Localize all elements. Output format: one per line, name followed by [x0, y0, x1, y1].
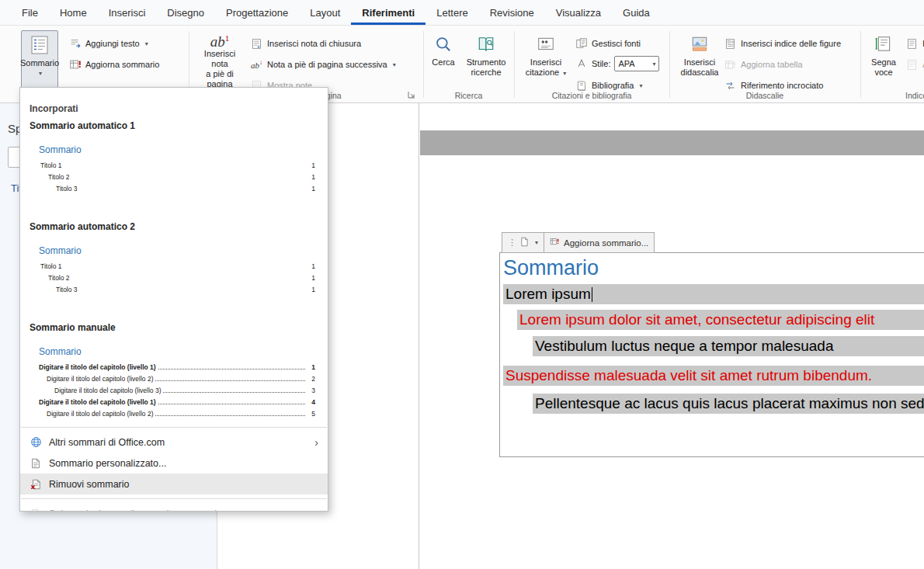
toc-control-handle[interactable]: ⋮ ▾ [502, 232, 544, 253]
preview-page: 4 [307, 398, 315, 406]
tab-revisione[interactable]: Revisione [479, 0, 545, 25]
inserisci-citazione-button[interactable]: Inserisci citazione ▾ [525, 30, 567, 89]
aggiorna-sommario-button[interactable]: Aggiorna sommario [68, 56, 159, 73]
update-table-icon [724, 58, 737, 71]
group-label-ricerca: Ricerca [423, 91, 514, 100]
segna-voce-button[interactable]: Segna voce [867, 30, 901, 89]
mark-entry-icon [874, 33, 893, 56]
inserisci-indice-button[interactable]: Inserisci indice [905, 35, 924, 52]
cross-reference-icon [724, 79, 737, 92]
inserisci-didascalia-button[interactable]: Inserisci didascalia [677, 30, 722, 89]
strumento-ricerche-line2: ricerche [471, 68, 501, 78]
menu-separator [21, 427, 327, 428]
menu-item-label: Sommario personalizzato... [49, 458, 166, 469]
preview-entry: Digitare il titolo del capitolo (livello… [54, 387, 161, 394]
inserisci-nota-chiusura-label: Inserisci nota di chiusura [267, 39, 361, 48]
aggiorna-sommario-label: Aggiorna sommario [85, 60, 159, 69]
stile-label: Stile: [592, 59, 610, 68]
toc-line-1[interactable]: Lorem ipsum [503, 284, 924, 304]
menu-item-altri-sommari[interactable]: Altri sommari di Office.com › [20, 432, 328, 453]
group-separator [423, 31, 424, 98]
tab-file[interactable]: File [11, 0, 49, 25]
gallery-item-sommario-automatico-2[interactable]: Sommario automatico 2 Sommario Titolo 11… [20, 220, 328, 321]
preview-entry: Titolo 1 [40, 161, 62, 169]
inserisci-nota-pie-pagina-button[interactable]: ab1 Inserisci nota a piè di pagina [196, 30, 244, 89]
tab-disegno[interactable]: Disegno [156, 0, 215, 25]
tab-guida[interactable]: Guida [612, 0, 661, 25]
preview-page: 1 [307, 286, 315, 293]
aggiorna-sommario-doc-button[interactable]: Aggiorna sommario... [544, 232, 655, 253]
preview-entry: Digitare il titolo del capitolo (livello… [47, 410, 153, 418]
text-cursor [592, 287, 593, 302]
preview-entry: Titolo 1 [40, 262, 62, 270]
sommario-button-label: Sommario [20, 58, 59, 68]
style-icon [575, 57, 588, 71]
gallery-item-sommario-manuale[interactable]: Sommario manuale Sommario Digitare il ti… [20, 321, 328, 423]
caption-icon [690, 33, 709, 56]
insert-index-icon [905, 37, 919, 50]
strumento-ricerche-button[interactable]: Strumento ricerche [464, 30, 509, 89]
globe-icon [30, 436, 42, 449]
bibliografia-label: Bibliografia [592, 81, 634, 90]
tab-home[interactable]: Home [49, 0, 98, 25]
group-label-didascalie: Didascalie [669, 91, 860, 100]
sommario-gallery-menu: Incorporati Sommario automatico 1 Sommar… [19, 87, 328, 512]
gallery-item-title: Sommario manuale [30, 322, 318, 333]
inserisci-citazione-line1: Inserisci [530, 57, 561, 68]
tab-inserisci[interactable]: Inserisci [98, 0, 157, 25]
preview-page: 1 [307, 363, 315, 371]
toc-line-2[interactable]: Lorem ipsum dolor sit amet, consectetur … [517, 310, 924, 330]
inserisci-indice-figure-button[interactable]: Inserisci indice delle figure [724, 35, 841, 52]
gestisci-fonti-button[interactable]: Gestisci fonti [575, 35, 641, 52]
stile-select[interactable]: APA ▾ [614, 56, 659, 71]
gallery-item-title: Sommario automatico 2 [30, 221, 318, 232]
gallery-item-sommario-automatico-1[interactable]: Sommario automatico 1 Sommario Titolo 11… [20, 119, 328, 220]
search-icon [434, 33, 453, 56]
footnote-ab1-icon: ab1 [210, 33, 230, 47]
menu-item-sommario-personalizzato[interactable]: Sommario personalizzato... [20, 453, 328, 474]
aggiungi-testo-button[interactable]: Aggiungi testo ▾ [68, 35, 148, 52]
toc-line-4[interactable]: Suspendisse malesuada velit sit amet rut… [503, 366, 924, 386]
menu-section-header: Incorporati [20, 103, 328, 117]
toc-line-3-text: Vestibulum luctus neque a tempor malesua… [535, 338, 833, 355]
update-index-icon [905, 58, 919, 71]
preview-page: 1 [307, 274, 315, 282]
aggiorna-tabella-button[interactable]: Aggiorna tabella [724, 56, 803, 73]
menu-item-label: Altri sommari di Office.com [49, 437, 165, 448]
toc-line-5[interactable]: Pellentesque ac lacus quis lacus placera… [533, 394, 924, 414]
preview-page: 1 [307, 161, 315, 169]
inserisci-nota-chiusura-button[interactable]: Inserisci nota di chiusura [250, 35, 361, 52]
dialog-launcher-icon[interactable] [407, 90, 416, 99]
menu-item-salva-selezione[interactable]: Salva selezione nella raccolta sommari..… [20, 503, 328, 512]
toc-content-control-header: ⋮ ▾ Aggiorna sommario... [502, 232, 655, 253]
gallery-preview-title: Sommario [30, 144, 318, 155]
gallery-preview-title: Sommario [30, 245, 318, 256]
tab-visualizza[interactable]: Visualizza [545, 0, 612, 25]
add-text-icon [68, 37, 82, 50]
nota-successiva-label: Nota a piè di pagina successiva [267, 60, 387, 69]
tab-layout[interactable]: Layout [299, 0, 351, 25]
sommario-button[interactable]: Sommario ▾ [21, 30, 58, 89]
aggiorna-indice-button[interactable]: Aggiorna indice [905, 56, 924, 73]
segna-voce-line2: voce [874, 68, 892, 78]
menu-item-label: Salva selezione nella raccolta sommari..… [49, 508, 225, 512]
aggiorna-tabella-label: Aggiorna tabella [741, 60, 803, 69]
tab-progettazione[interactable]: Progettazione [215, 0, 299, 25]
nota-successiva-button[interactable]: ab↓ Nota a piè di pagina successiva ▾ [250, 56, 396, 73]
toc-line-4-text: Suspendisse malesuada velit sit amet rut… [505, 367, 872, 384]
stile-row: Stile: APA ▾ [575, 55, 659, 72]
preview-entry: Titolo 3 [56, 286, 78, 293]
preview-entry: Titolo 3 [56, 185, 78, 193]
tab-lettere[interactable]: Lettere [426, 0, 478, 25]
group-separator [669, 31, 670, 98]
researcher-icon [477, 33, 495, 56]
preview-entry: Digitare il titolo del capitolo (livello… [47, 375, 153, 383]
preview-page: 5 [307, 410, 315, 418]
tab-riferimenti[interactable]: Riferimenti [351, 0, 426, 25]
document-page-icon [519, 237, 530, 248]
toc-line-3[interactable]: Vestibulum luctus neque a tempor malesua… [533, 336, 924, 356]
cerca-button[interactable]: Cerca [428, 30, 459, 89]
menu-item-rimuovi-sommario[interactable]: Rimuovi sommario [20, 474, 328, 494]
group-separator [860, 31, 861, 98]
preview-page: 3 [307, 387, 315, 394]
